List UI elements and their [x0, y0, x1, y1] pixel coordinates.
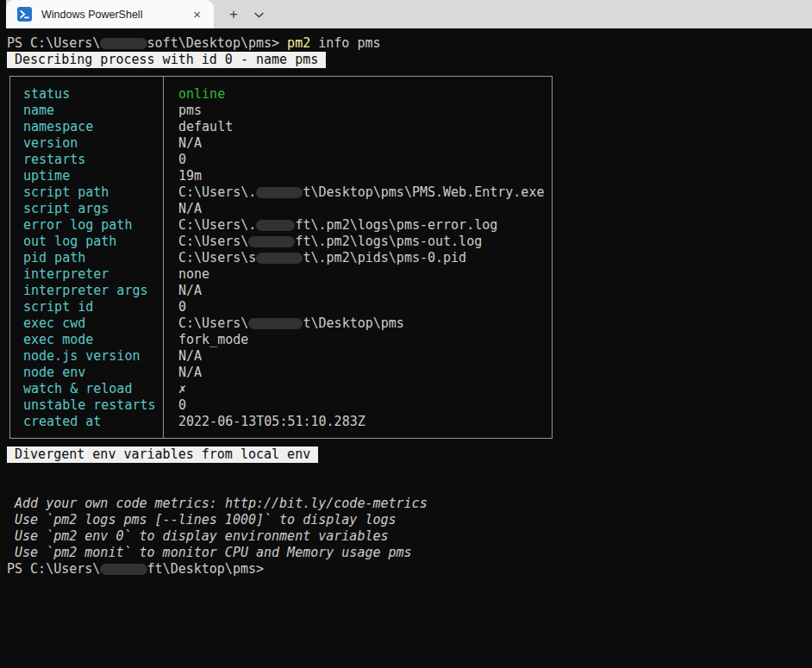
row-key: uptime — [10, 168, 164, 184]
table-row: pid pathC:\Users\st\.pm2\pids\pms-0.pid — [10, 250, 552, 266]
text-segment: t\Desktop\pms — [303, 315, 403, 331]
row-key: unstable restarts — [10, 397, 164, 414]
table-row: script pathC:\Users\.t\Desktop\pms\PMS.W… — [10, 184, 552, 201]
text-segment: info pms — [310, 35, 380, 51]
table-row: created at2022-06-13T05:51:10.283Z — [10, 414, 552, 430]
table-column-divider — [163, 77, 164, 438]
tip-line: Use `pm2 logs pms [--lines 1000]` to dis… — [7, 512, 812, 528]
table-row: exec cwdC:\Users\t\Desktop\pms — [10, 315, 552, 332]
table-row: namepms — [10, 103, 552, 119]
row-key: out log path — [10, 234, 164, 250]
chevron-down-icon — [254, 12, 264, 18]
table-row: interpreter argsN/A — [10, 283, 552, 299]
row-value: none — [164, 266, 209, 283]
table-row: script id0 — [10, 299, 552, 315]
terminal-viewport[interactable]: PS C:\Users\soft\Desktop\pms> pm2 info p… — [0, 28, 812, 668]
row-value: ✗ — [164, 381, 186, 397]
text-segment: ft\Desktop\pms> — [147, 561, 264, 577]
text-segment: N/A — [178, 135, 202, 151]
text-segment: t\Desktop\pms\PMS.Web.Entry.exe — [303, 184, 544, 200]
tip-line: Use `pm2 env 0` to display environment v… — [7, 528, 812, 545]
row-key: namespace — [10, 119, 164, 135]
divergent-header-line: Divergent env variables from local env — [7, 446, 812, 463]
text-segment: Use `pm2 logs pms [--lines 1000]` to dis… — [7, 512, 397, 528]
tip-line: Add your own code metrics: http://bit.ly… — [7, 496, 812, 512]
row-key: exec mode — [10, 332, 164, 348]
table-row: interpreternone — [10, 266, 552, 283]
tab-windows-powershell[interactable]: Windows PowerShell × — [6, 0, 214, 28]
row-value: fork_mode — [164, 332, 248, 348]
table-row: namespacedefault — [10, 119, 552, 135]
table-row: unstable restarts0 — [10, 397, 552, 414]
row-key: watch & reload — [10, 381, 164, 397]
divergent-badge: Divergent env variables from local env — [7, 446, 318, 463]
table-row: out log pathC:\Users\ft\.pm2\logs\pms-ou… — [10, 234, 552, 250]
row-key: node.js version — [10, 348, 164, 365]
row-value: 0 — [164, 397, 186, 414]
row-value: C:\Users\ft\.pm2\logs\pms-out.log — [164, 234, 482, 250]
window-left-edge — [0, 0, 6, 28]
row-key: version — [10, 135, 164, 152]
text-segment: online — [178, 86, 225, 102]
text-segment: 0 — [178, 299, 186, 315]
redacted-text — [256, 187, 303, 198]
text-segment: ft\.pm2\logs\pms-error.log — [295, 217, 497, 233]
text-segment: N/A — [178, 348, 202, 364]
text-segment: N/A — [178, 201, 202, 216]
prompt-line-1: PS C:\Users\soft\Desktop\pms> pm2 info p… — [7, 35, 812, 52]
text-segment: fork_mode — [178, 332, 248, 347]
table-row: node.js versionN/A — [10, 348, 552, 365]
text-segment: t\.pm2\pids\pms-0.pid — [303, 250, 466, 265]
new-tab-button[interactable]: + — [222, 5, 245, 24]
metrics-link[interactable]: http://bit.ly/code-metrics — [225, 496, 428, 511]
row-key: script args — [10, 201, 164, 217]
table-row: restarts0 — [10, 152, 552, 168]
text-segment: N/A — [178, 365, 202, 380]
tab-close-icon[interactable]: × — [189, 6, 205, 22]
text-segment: Add your own code metrics: — [7, 496, 225, 511]
describe-badge: Describing process with id 0 - name pms — [7, 52, 326, 68]
row-key: restarts — [10, 152, 164, 168]
row-value: 19m — [164, 168, 202, 184]
redacted-text — [256, 253, 303, 264]
table-row: uptime19m — [10, 168, 552, 184]
text-segment: pms — [178, 103, 202, 118]
row-key: error log path — [10, 217, 164, 234]
row-value: N/A — [164, 365, 202, 381]
row-value: N/A — [164, 201, 202, 217]
row-value: pms — [164, 103, 202, 119]
table-row: script argsN/A — [10, 201, 552, 217]
row-value: online — [164, 86, 225, 103]
row-value: C:\Users\.t\Desktop\pms\PMS.Web.Entry.ex… — [164, 184, 544, 201]
redacted-text — [100, 564, 147, 575]
text-segment: PS C:\Users\ — [7, 561, 100, 577]
row-key: script path — [10, 184, 164, 201]
row-value: 0 — [164, 152, 186, 168]
process-info-table: statusonlinenamepmsnamespacedefaultversi… — [9, 76, 553, 439]
text-segment: C:\Users\ — [178, 234, 248, 249]
tab-dropdown-button[interactable] — [247, 5, 270, 24]
prompt-line-2: PS C:\Users\ft\Desktop\pms> — [7, 561, 812, 577]
row-value: 0 — [164, 299, 186, 315]
blank-lines — [7, 463, 812, 496]
text-segment: C:\Users\s — [178, 250, 256, 265]
table-row: watch & reload✗ — [10, 381, 552, 397]
text-segment: 2022-06-13T05:51:10.283Z — [178, 414, 365, 429]
text-segment: C:\Users\. — [178, 184, 256, 200]
table-row: statusonline — [10, 86, 552, 103]
table-row: versionN/A — [10, 135, 552, 152]
text-segment: default — [178, 119, 233, 134]
text-segment: N/A — [178, 283, 202, 298]
text-segment: C:\Users\. — [178, 217, 256, 233]
row-value: N/A — [164, 348, 202, 365]
text-segment: C:\Users\ — [178, 315, 248, 331]
text-segment: PS C:\Users\ — [7, 35, 100, 51]
redacted-text — [100, 38, 147, 49]
row-key: interpreter args — [10, 283, 164, 299]
row-key: interpreter — [10, 266, 164, 283]
titlebar-drag-area[interactable]: Windows PowerShell × + — [0, 0, 812, 28]
text-segment: pm2 — [287, 35, 310, 51]
row-value: N/A — [164, 283, 202, 299]
text-segment: 19m — [178, 168, 202, 184]
row-value: N/A — [164, 135, 202, 152]
